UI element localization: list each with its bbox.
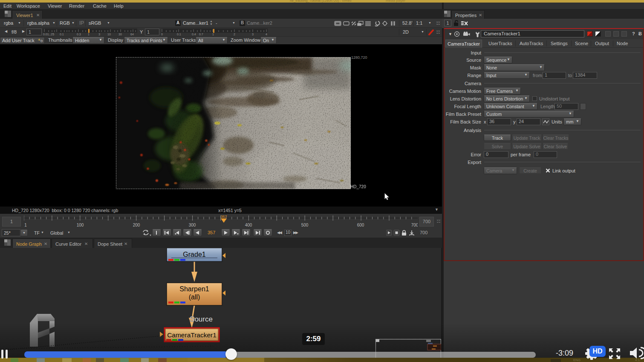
svg-text:0: 0 [161,33,163,36]
svg-text:600: 600 [357,223,364,227]
svg-text:30: 30 [118,33,122,36]
svg-text:0.4: 0.4 [192,33,196,36]
svg-text:3: 3 [252,33,254,36]
svg-text:Sharpen1: Sharpen1 [179,285,209,293]
svg-text:3: 3 [98,33,100,36]
svg-text:100: 100 [77,223,84,227]
svg-text:64: 64 [130,33,134,36]
svg-text:500: 500 [301,223,309,227]
svg-text:0.7: 0.7 [199,33,203,36]
svg-text:400: 400 [245,223,252,227]
svg-text:Grade1: Grade1 [183,251,205,258]
svg-text:(all): (all) [189,293,200,301]
svg-text:1: 1 [88,33,90,36]
svg-text:200: 200 [133,223,140,227]
svg-text:0.3: 0.3 [77,33,81,36]
svg-text:4: 4 [266,33,267,36]
svg-text:1: 1 [24,223,27,227]
svg-text:1: 1 [212,33,214,36]
svg-text:10: 10 [107,33,111,36]
svg-text:300: 300 [189,223,196,227]
svg-text:0.1: 0.1 [177,33,181,36]
svg-text:700: 700 [411,223,418,227]
svg-text:357: 357 [220,215,227,219]
svg-text:0.01‥25: 0.01‥25 [43,33,54,36]
svg-text:0.1: 0.1 [60,33,64,36]
svg-text:2: 2 [234,33,235,36]
